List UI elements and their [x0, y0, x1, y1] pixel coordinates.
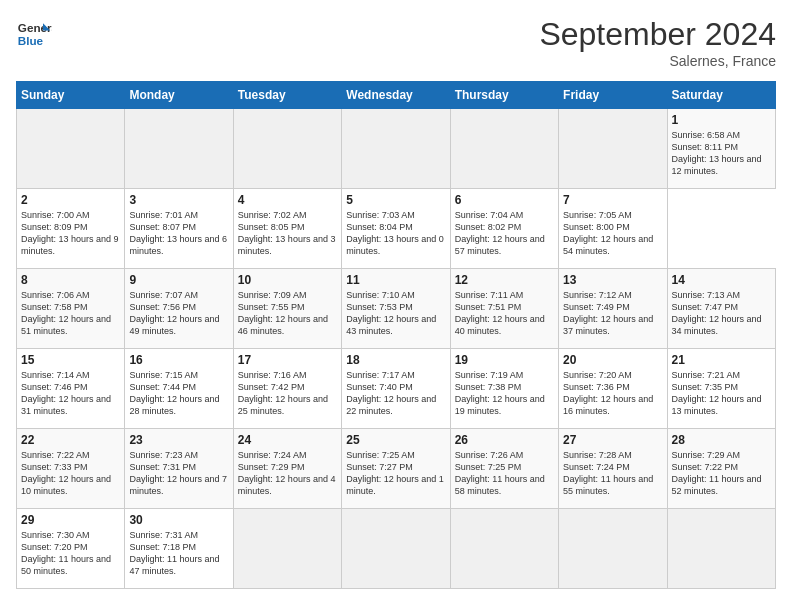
calendar-day-2: 2Sunrise: 7:00 AMSunset: 8:09 PMDaylight…	[17, 189, 125, 269]
empty-cell	[125, 109, 233, 189]
calendar-day-14: 14Sunrise: 7:13 AMSunset: 7:47 PMDayligh…	[667, 269, 775, 349]
calendar-day-1: 1Sunrise: 6:58 AMSunset: 8:11 PMDaylight…	[667, 109, 775, 189]
calendar-week-row: 15Sunrise: 7:14 AMSunset: 7:46 PMDayligh…	[17, 349, 776, 429]
calendar-day-5: 5Sunrise: 7:03 AMSunset: 8:04 PMDaylight…	[342, 189, 450, 269]
calendar-table: SundayMondayTuesdayWednesdayThursdayFrid…	[16, 81, 776, 589]
empty-cell	[342, 509, 450, 589]
calendar-day-15: 15Sunrise: 7:14 AMSunset: 7:46 PMDayligh…	[17, 349, 125, 429]
calendar-day-11: 11Sunrise: 7:10 AMSunset: 7:53 PMDayligh…	[342, 269, 450, 349]
calendar-day-25: 25Sunrise: 7:25 AMSunset: 7:27 PMDayligh…	[342, 429, 450, 509]
empty-cell	[667, 509, 775, 589]
header-wednesday: Wednesday	[342, 82, 450, 109]
header-thursday: Thursday	[450, 82, 558, 109]
empty-cell	[17, 109, 125, 189]
page-header: General Blue September 2024 Salernes, Fr…	[16, 16, 776, 69]
empty-cell	[342, 109, 450, 189]
header-tuesday: Tuesday	[233, 82, 341, 109]
calendar-day-28: 28Sunrise: 7:29 AMSunset: 7:22 PMDayligh…	[667, 429, 775, 509]
calendar-day-12: 12Sunrise: 7:11 AMSunset: 7:51 PMDayligh…	[450, 269, 558, 349]
calendar-week-row: 29Sunrise: 7:30 AMSunset: 7:20 PMDayligh…	[17, 509, 776, 589]
empty-cell	[559, 509, 667, 589]
header-monday: Monday	[125, 82, 233, 109]
empty-cell	[233, 109, 341, 189]
month-title: September 2024	[539, 16, 776, 53]
empty-cell	[450, 509, 558, 589]
calendar-day-19: 19Sunrise: 7:19 AMSunset: 7:38 PMDayligh…	[450, 349, 558, 429]
calendar-day-9: 9Sunrise: 7:07 AMSunset: 7:56 PMDaylight…	[125, 269, 233, 349]
calendar-day-27: 27Sunrise: 7:28 AMSunset: 7:24 PMDayligh…	[559, 429, 667, 509]
calendar-week-row: 1Sunrise: 6:58 AMSunset: 8:11 PMDaylight…	[17, 109, 776, 189]
calendar-day-29: 29Sunrise: 7:30 AMSunset: 7:20 PMDayligh…	[17, 509, 125, 589]
empty-cell	[233, 509, 341, 589]
header-saturday: Saturday	[667, 82, 775, 109]
calendar-week-row: 22Sunrise: 7:22 AMSunset: 7:33 PMDayligh…	[17, 429, 776, 509]
logo-icon: General Blue	[16, 16, 52, 52]
title-block: September 2024 Salernes, France	[539, 16, 776, 69]
header-friday: Friday	[559, 82, 667, 109]
calendar-week-row: 8Sunrise: 7:06 AMSunset: 7:58 PMDaylight…	[17, 269, 776, 349]
location: Salernes, France	[539, 53, 776, 69]
calendar-day-7: 7Sunrise: 7:05 AMSunset: 8:00 PMDaylight…	[559, 189, 667, 269]
calendar-day-18: 18Sunrise: 7:17 AMSunset: 7:40 PMDayligh…	[342, 349, 450, 429]
calendar-day-13: 13Sunrise: 7:12 AMSunset: 7:49 PMDayligh…	[559, 269, 667, 349]
calendar-day-16: 16Sunrise: 7:15 AMSunset: 7:44 PMDayligh…	[125, 349, 233, 429]
calendar-day-26: 26Sunrise: 7:26 AMSunset: 7:25 PMDayligh…	[450, 429, 558, 509]
calendar-day-3: 3Sunrise: 7:01 AMSunset: 8:07 PMDaylight…	[125, 189, 233, 269]
calendar-day-8: 8Sunrise: 7:06 AMSunset: 7:58 PMDaylight…	[17, 269, 125, 349]
calendar-day-4: 4Sunrise: 7:02 AMSunset: 8:05 PMDaylight…	[233, 189, 341, 269]
calendar-day-17: 17Sunrise: 7:16 AMSunset: 7:42 PMDayligh…	[233, 349, 341, 429]
calendar-day-24: 24Sunrise: 7:24 AMSunset: 7:29 PMDayligh…	[233, 429, 341, 509]
calendar-day-23: 23Sunrise: 7:23 AMSunset: 7:31 PMDayligh…	[125, 429, 233, 509]
svg-text:Blue: Blue	[18, 34, 44, 47]
calendar-week-row: 2Sunrise: 7:00 AMSunset: 8:09 PMDaylight…	[17, 189, 776, 269]
header-sunday: Sunday	[17, 82, 125, 109]
calendar-day-20: 20Sunrise: 7:20 AMSunset: 7:36 PMDayligh…	[559, 349, 667, 429]
empty-cell	[559, 109, 667, 189]
calendar-day-6: 6Sunrise: 7:04 AMSunset: 8:02 PMDaylight…	[450, 189, 558, 269]
calendar-day-10: 10Sunrise: 7:09 AMSunset: 7:55 PMDayligh…	[233, 269, 341, 349]
calendar-day-30: 30Sunrise: 7:31 AMSunset: 7:18 PMDayligh…	[125, 509, 233, 589]
calendar-day-21: 21Sunrise: 7:21 AMSunset: 7:35 PMDayligh…	[667, 349, 775, 429]
logo: General Blue	[16, 16, 52, 52]
empty-cell	[450, 109, 558, 189]
calendar-day-22: 22Sunrise: 7:22 AMSunset: 7:33 PMDayligh…	[17, 429, 125, 509]
calendar-header-row: SundayMondayTuesdayWednesdayThursdayFrid…	[17, 82, 776, 109]
